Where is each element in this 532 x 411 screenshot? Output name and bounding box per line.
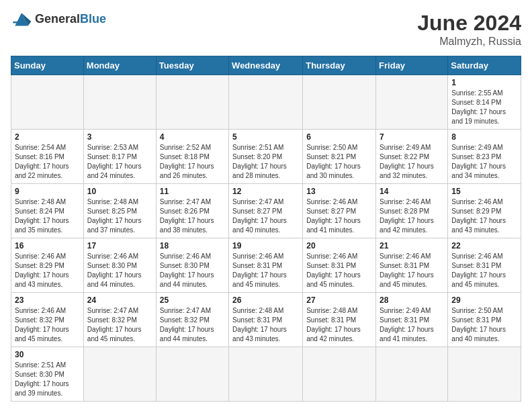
day-info: Sunrise: 2:54 AM Sunset: 8:16 PM Dayligh… bbox=[15, 143, 80, 181]
calendar-day-cell: 21Sunrise: 2:46 AM Sunset: 8:31 PM Dayli… bbox=[376, 238, 448, 293]
weekday-header: Sunday bbox=[11, 56, 84, 75]
calendar-day-cell: 22Sunrise: 2:46 AM Sunset: 8:31 PM Dayli… bbox=[448, 238, 521, 293]
calendar-day-cell bbox=[156, 75, 228, 130]
calendar-week-row: 30Sunrise: 2:51 AM Sunset: 8:30 PM Dayli… bbox=[11, 347, 521, 402]
day-number: 26 bbox=[232, 295, 299, 305]
calendar-day-cell: 13Sunrise: 2:46 AM Sunset: 8:27 PM Dayli… bbox=[303, 184, 376, 238]
calendar-title: June 2024 bbox=[417, 11, 521, 36]
day-info: Sunrise: 2:48 AM Sunset: 8:25 PM Dayligh… bbox=[87, 197, 152, 235]
day-info: Sunrise: 2:46 AM Sunset: 8:29 PM Dayligh… bbox=[451, 197, 517, 235]
day-number: 13 bbox=[306, 187, 372, 196]
day-info: Sunrise: 2:47 AM Sunset: 8:27 PM Dayligh… bbox=[232, 197, 299, 235]
day-info: Sunrise: 2:55 AM Sunset: 8:14 PM Dayligh… bbox=[451, 89, 517, 126]
calendar-day-cell: 10Sunrise: 2:48 AM Sunset: 8:25 PM Dayli… bbox=[83, 184, 156, 238]
calendar-day-cell: 3Sunrise: 2:53 AM Sunset: 8:17 PM Daylig… bbox=[83, 130, 156, 184]
calendar-day-cell: 17Sunrise: 2:46 AM Sunset: 8:30 PM Dayli… bbox=[83, 238, 156, 293]
calendar-day-cell bbox=[448, 347, 521, 402]
day-number: 3 bbox=[87, 132, 152, 142]
day-number: 4 bbox=[160, 132, 225, 142]
calendar-day-cell bbox=[229, 347, 303, 402]
day-number: 28 bbox=[380, 295, 444, 305]
day-number: 29 bbox=[451, 295, 517, 305]
day-number: 24 bbox=[87, 295, 152, 305]
day-info: Sunrise: 2:46 AM Sunset: 8:32 PM Dayligh… bbox=[15, 306, 80, 344]
logo-text: GeneralBlue bbox=[35, 12, 106, 26]
day-number: 25 bbox=[160, 295, 225, 305]
calendar-day-cell bbox=[156, 347, 228, 402]
calendar-day-cell bbox=[376, 75, 448, 130]
day-number: 9 bbox=[15, 187, 80, 196]
day-number: 16 bbox=[15, 241, 80, 250]
day-number: 30 bbox=[15, 350, 80, 359]
weekday-header: Saturday bbox=[448, 56, 521, 75]
day-info: Sunrise: 2:46 AM Sunset: 8:31 PM Dayligh… bbox=[232, 252, 299, 289]
calendar-day-cell: 20Sunrise: 2:46 AM Sunset: 8:31 PM Dayli… bbox=[303, 238, 376, 293]
day-number: 19 bbox=[232, 241, 299, 250]
calendar-day-cell bbox=[303, 75, 376, 130]
page-header: GeneralBlue June 2024 Malmyzh, Russia bbox=[11, 11, 521, 48]
calendar-day-cell: 23Sunrise: 2:46 AM Sunset: 8:32 PM Dayli… bbox=[11, 293, 84, 347]
calendar-day-cell bbox=[303, 347, 376, 402]
day-info: Sunrise: 2:49 AM Sunset: 8:31 PM Dayligh… bbox=[380, 306, 444, 344]
calendar-day-cell: 11Sunrise: 2:47 AM Sunset: 8:26 PM Dayli… bbox=[156, 184, 228, 238]
day-info: Sunrise: 2:46 AM Sunset: 8:30 PM Dayligh… bbox=[160, 252, 225, 289]
calendar-day-cell: 9Sunrise: 2:48 AM Sunset: 8:24 PM Daylig… bbox=[11, 184, 84, 238]
day-info: Sunrise: 2:46 AM Sunset: 8:31 PM Dayligh… bbox=[380, 252, 444, 289]
calendar-day-cell: 4Sunrise: 2:52 AM Sunset: 8:18 PM Daylig… bbox=[156, 130, 228, 184]
day-number: 15 bbox=[451, 187, 517, 196]
weekday-header: Monday bbox=[83, 56, 156, 75]
day-info: Sunrise: 2:46 AM Sunset: 8:31 PM Dayligh… bbox=[451, 252, 517, 289]
day-number: 17 bbox=[87, 241, 152, 250]
calendar-week-row: 1Sunrise: 2:55 AM Sunset: 8:14 PM Daylig… bbox=[11, 75, 521, 130]
day-number: 1 bbox=[451, 78, 517, 87]
day-number: 6 bbox=[306, 132, 372, 142]
calendar-day-cell: 29Sunrise: 2:50 AM Sunset: 8:31 PM Dayli… bbox=[448, 293, 521, 347]
day-info: Sunrise: 2:50 AM Sunset: 8:21 PM Dayligh… bbox=[306, 143, 372, 181]
weekday-header: Friday bbox=[376, 56, 448, 75]
calendar-day-cell: 30Sunrise: 2:51 AM Sunset: 8:30 PM Dayli… bbox=[11, 347, 84, 402]
day-number: 27 bbox=[306, 295, 372, 305]
day-number: 8 bbox=[451, 132, 517, 142]
calendar-day-cell: 27Sunrise: 2:48 AM Sunset: 8:31 PM Dayli… bbox=[303, 293, 376, 347]
day-info: Sunrise: 2:46 AM Sunset: 8:28 PM Dayligh… bbox=[380, 197, 444, 235]
calendar-day-cell: 6Sunrise: 2:50 AM Sunset: 8:21 PM Daylig… bbox=[303, 130, 376, 184]
weekday-header-row: SundayMondayTuesdayWednesdayThursdayFrid… bbox=[11, 56, 521, 75]
calendar-day-cell: 28Sunrise: 2:49 AM Sunset: 8:31 PM Dayli… bbox=[376, 293, 448, 347]
calendar-day-cell: 8Sunrise: 2:49 AM Sunset: 8:23 PM Daylig… bbox=[448, 130, 521, 184]
logo-icon bbox=[11, 11, 32, 27]
calendar-day-cell: 16Sunrise: 2:46 AM Sunset: 8:29 PM Dayli… bbox=[11, 238, 84, 293]
day-info: Sunrise: 2:46 AM Sunset: 8:27 PM Dayligh… bbox=[306, 197, 372, 235]
calendar-day-cell bbox=[11, 75, 84, 130]
day-info: Sunrise: 2:46 AM Sunset: 8:31 PM Dayligh… bbox=[306, 252, 372, 289]
calendar-day-cell bbox=[83, 347, 156, 402]
title-block: June 2024 Malmyzh, Russia bbox=[417, 11, 521, 48]
day-number: 20 bbox=[306, 241, 372, 250]
day-number: 12 bbox=[232, 187, 299, 196]
day-info: Sunrise: 2:51 AM Sunset: 8:20 PM Dayligh… bbox=[232, 143, 299, 181]
weekday-header: Thursday bbox=[303, 56, 376, 75]
calendar-day-cell: 14Sunrise: 2:46 AM Sunset: 8:28 PM Dayli… bbox=[376, 184, 448, 238]
day-info: Sunrise: 2:53 AM Sunset: 8:17 PM Dayligh… bbox=[87, 143, 152, 181]
day-info: Sunrise: 2:46 AM Sunset: 8:30 PM Dayligh… bbox=[87, 252, 152, 289]
calendar-week-row: 9Sunrise: 2:48 AM Sunset: 8:24 PM Daylig… bbox=[11, 184, 521, 238]
day-number: 7 bbox=[380, 132, 444, 142]
day-info: Sunrise: 2:48 AM Sunset: 8:31 PM Dayligh… bbox=[232, 306, 299, 344]
calendar-day-cell bbox=[229, 75, 303, 130]
calendar-day-cell: 1Sunrise: 2:55 AM Sunset: 8:14 PM Daylig… bbox=[448, 75, 521, 130]
day-number: 11 bbox=[160, 187, 225, 196]
day-info: Sunrise: 2:46 AM Sunset: 8:29 PM Dayligh… bbox=[15, 252, 80, 289]
calendar-day-cell: 26Sunrise: 2:48 AM Sunset: 8:31 PM Dayli… bbox=[229, 293, 303, 347]
calendar-table: SundayMondayTuesdayWednesdayThursdayFrid… bbox=[11, 56, 521, 402]
day-number: 23 bbox=[15, 295, 80, 305]
day-number: 18 bbox=[160, 241, 225, 250]
calendar-day-cell: 12Sunrise: 2:47 AM Sunset: 8:27 PM Dayli… bbox=[229, 184, 303, 238]
calendar-day-cell: 18Sunrise: 2:46 AM Sunset: 8:30 PM Dayli… bbox=[156, 238, 228, 293]
weekday-header: Wednesday bbox=[229, 56, 303, 75]
calendar-day-cell: 19Sunrise: 2:46 AM Sunset: 8:31 PM Dayli… bbox=[229, 238, 303, 293]
day-info: Sunrise: 2:50 AM Sunset: 8:31 PM Dayligh… bbox=[451, 306, 517, 344]
day-info: Sunrise: 2:49 AM Sunset: 8:23 PM Dayligh… bbox=[451, 143, 517, 181]
weekday-header: Tuesday bbox=[156, 56, 228, 75]
day-info: Sunrise: 2:48 AM Sunset: 8:31 PM Dayligh… bbox=[306, 306, 372, 344]
calendar-day-cell: 15Sunrise: 2:46 AM Sunset: 8:29 PM Dayli… bbox=[448, 184, 521, 238]
calendar-week-row: 2Sunrise: 2:54 AM Sunset: 8:16 PM Daylig… bbox=[11, 130, 521, 184]
